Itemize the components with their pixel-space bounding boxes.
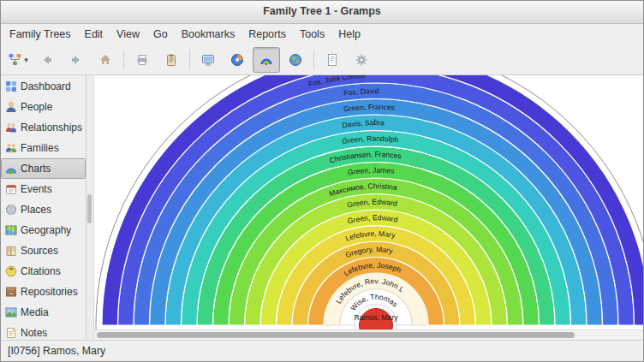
- geography-icon: [5, 224, 17, 236]
- report-icon: [325, 53, 340, 67]
- fan-center-label: Ramos, Mary: [354, 313, 398, 322]
- sidebar-item-geography[interactable]: Geography: [1, 220, 86, 240]
- tools-button[interactable]: [348, 47, 375, 73]
- citations-icon: ”: [5, 265, 17, 277]
- sidebar-item-sources[interactable]: Sources: [1, 240, 86, 261]
- tools-icon: [355, 53, 369, 67]
- notes-icon: [5, 327, 17, 339]
- sidebar-item-label: Citations: [21, 265, 61, 277]
- menu-tools[interactable]: Tools: [293, 25, 331, 45]
- sources-icon: [5, 245, 17, 257]
- back-button[interactable]: [33, 47, 61, 73]
- people-icon: [5, 101, 17, 113]
- home-button[interactable]: [92, 47, 119, 73]
- report-button[interactable]: [319, 47, 346, 73]
- media-icon: [5, 306, 17, 318]
- dashboard-icon: [5, 80, 17, 92]
- sidebar-item-families[interactable]: Families: [1, 138, 86, 158]
- menu-bookmarks[interactable]: Bookmarks: [175, 25, 242, 45]
- toolbar-separator: [189, 50, 190, 70]
- clipboard-icon: [164, 53, 179, 67]
- sidebar-item-label: Relationships: [21, 122, 82, 134]
- sidebar-scrollbar[interactable]: [86, 75, 94, 340]
- status-text: [I0756] Ramos, Mary: [8, 345, 105, 357]
- menu-family-trees[interactable]: Family Trees: [3, 25, 78, 45]
- sidebar-item-label: Sources: [21, 245, 58, 257]
- sidebar-item-label: Charts: [21, 163, 51, 175]
- home-icon: [98, 53, 113, 67]
- title-bar[interactable]: Family Tree 1 - Gramps: [1, 1, 643, 24]
- gramps-window: Family Tree 1 - Gramps Family TreesEditV…: [0, 0, 644, 362]
- sidebar-item-places[interactable]: Places: [1, 199, 86, 220]
- families-icon: [5, 142, 17, 154]
- toolbar-separator: [123, 50, 124, 70]
- sidebar-item-label: People: [21, 101, 52, 113]
- sidebar-item-label: Notes: [21, 327, 47, 339]
- toolbar-separator: [313, 50, 314, 70]
- sidebar-item-events[interactable]: Events: [1, 179, 86, 199]
- sidebar-item-label: Families: [21, 142, 59, 154]
- menu-bar: Family TreesEditViewGoBookmarksReportsTo…: [1, 24, 643, 45]
- chart-circle-icon: [230, 53, 245, 67]
- menu-go[interactable]: Go: [146, 25, 175, 45]
- geography-view-button[interactable]: [282, 47, 309, 73]
- print-icon: [135, 53, 150, 67]
- sidebar-item-label: Geography: [21, 224, 71, 236]
- sidebar-item-media[interactable]: Media: [1, 302, 86, 323]
- family-trees-icon: [8, 53, 22, 67]
- family-trees-button[interactable]: ▾: [4, 47, 32, 73]
- sidebar-item-label: Repositories: [21, 286, 78, 298]
- repositories-icon: [5, 286, 17, 298]
- sidebar-item-dashboard[interactable]: Dashboard: [1, 76, 86, 97]
- chevron-down-icon: ▾: [24, 56, 28, 64]
- sidebar-item-label: Places: [21, 204, 51, 216]
- sidebar-item-label: Events: [21, 183, 52, 195]
- window-title: Family Tree 1 - Gramps: [263, 5, 381, 17]
- tool-bar: ▾: [1, 45, 643, 75]
- sidebar: DashboardPeopleRelationshipsFamiliesChar…: [1, 75, 86, 340]
- sidebar-item-repositories[interactable]: Repositories: [1, 282, 86, 302]
- menu-help[interactable]: Help: [331, 25, 367, 45]
- events-icon: [5, 183, 17, 195]
- fan-chart[interactable]: Wise, ThomasLefebvre, Rev. John LLefebvr…: [94, 75, 643, 340]
- sidebar-item-relationships[interactable]: Relationships: [1, 117, 86, 138]
- sidebar-item-label: Media: [21, 306, 49, 318]
- sidebar-item-people[interactable]: People: [1, 97, 86, 117]
- sidebar-item-citations[interactable]: ”Citations: [1, 261, 86, 282]
- forward-icon: [69, 53, 84, 67]
- fan-chart-icon: [259, 53, 274, 67]
- menu-edit[interactable]: Edit: [78, 25, 110, 45]
- forward-button[interactable]: [63, 47, 90, 73]
- chart-canvas[interactable]: Wise, ThomasLefebvre, Rev. John LLefebvr…: [94, 75, 643, 340]
- hscroll-thumb[interactable]: [97, 332, 575, 338]
- back-icon: [40, 53, 55, 67]
- menu-reports[interactable]: Reports: [242, 25, 293, 45]
- sidebar-item-label: Dashboard: [21, 80, 71, 92]
- horizontal-scrollbar[interactable]: [94, 329, 643, 340]
- clipboard-button[interactable]: [158, 47, 185, 73]
- fan-chart-view-button[interactable]: [253, 47, 280, 73]
- svg-text:”: ”: [9, 267, 14, 276]
- print-button[interactable]: [128, 47, 156, 73]
- places-icon: [5, 204, 17, 216]
- sidebar-item-charts[interactable]: Charts: [1, 158, 86, 179]
- full-fan-view-button[interactable]: [224, 47, 251, 73]
- monitor-icon: [201, 53, 216, 67]
- pedigree-view-button[interactable]: [194, 47, 222, 73]
- charts-icon: [5, 163, 17, 175]
- status-bar: [I0756] Ramos, Mary: [1, 340, 643, 361]
- globe-icon: [289, 53, 303, 67]
- main-body: DashboardPeopleRelationshipsFamiliesChar…: [1, 75, 643, 340]
- sidebar-scroll-thumb[interactable]: [87, 194, 92, 223]
- relationships-icon: [5, 122, 17, 134]
- menu-view[interactable]: View: [110, 25, 146, 45]
